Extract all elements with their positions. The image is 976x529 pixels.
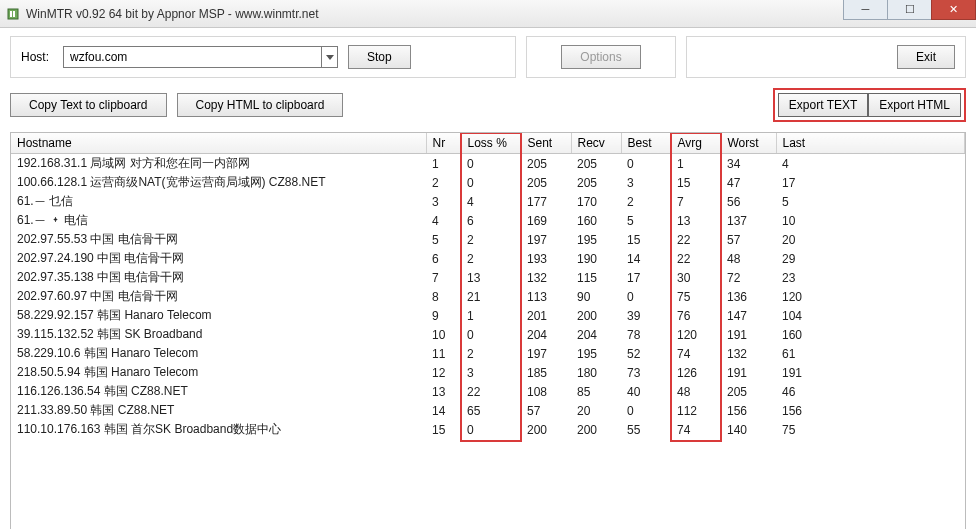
options-button[interactable]: Options [561,45,640,69]
cell-host: 211.33.89.50 韩国 CZ88.NET [11,401,426,420]
export-text-button[interactable]: Export TEXT [778,93,868,117]
cell-sent: 197 [521,344,571,363]
cell-worst: 156 [721,401,776,420]
col-recv[interactable]: Recv [571,133,621,154]
table-row[interactable]: 192.168.31.1 局域网 对方和您在同一内部网1020520501344 [11,154,965,174]
table-row[interactable]: 202.97.55.53 中国 电信骨干网5219719515225720 [11,230,965,249]
col-hostname[interactable]: Hostname [11,133,426,154]
cell-last: 61 [776,344,965,363]
svg-rect-1 [10,11,12,17]
table-row[interactable]: 202.97.35.138 中国 电信骨干网71313211517307223 [11,268,965,287]
cell-host: 192.168.31.1 局域网 对方和您在同一内部网 [11,154,426,174]
titlebar: WinMTR v0.92 64 bit by Appnor MSP - www.… [0,0,976,28]
cell-avrg: 30 [671,268,721,287]
cell-last: 4 [776,154,965,174]
cell-recv: 20 [571,401,621,420]
cell-worst: 47 [721,173,776,192]
cell-recv: 195 [571,230,621,249]
cell-avrg: 15 [671,173,721,192]
table-row[interactable]: 211.33.89.50 韩国 CZ88.NET1465572001121561… [11,401,965,420]
cell-loss: 2 [461,344,521,363]
cell-loss: 0 [461,420,521,439]
cell-recv: 180 [571,363,621,382]
cell-best: 14 [621,249,671,268]
table-row[interactable]: 58.229.92.157 韩国 Hanaro Telecom912012003… [11,306,965,325]
cell-sent: 113 [521,287,571,306]
cell-loss: 4 [461,192,521,211]
col-nr[interactable]: Nr [426,133,461,154]
cell-loss: 2 [461,249,521,268]
col-worst[interactable]: Worst [721,133,776,154]
cell-host: 61.⸺ ᠂ 电信 [11,211,426,230]
col-best[interactable]: Best [621,133,671,154]
cell-best: 52 [621,344,671,363]
table-row[interactable]: 218.50.5.94 韩国 Hanaro Telecom12318518073… [11,363,965,382]
host-combobox[interactable] [63,46,338,68]
cell-sent: 205 [521,154,571,174]
cell-last: 46 [776,382,965,401]
cell-host: 58.229.92.157 韩国 Hanaro Telecom [11,306,426,325]
cell-last: 160 [776,325,965,344]
stop-button[interactable]: Stop [348,45,411,69]
cell-sent: 205 [521,173,571,192]
svg-marker-3 [326,55,334,60]
minimize-button[interactable]: ─ [843,0,888,20]
cell-avrg: 126 [671,363,721,382]
table-row[interactable]: 202.97.60.97 中国 电信骨干网82111390075136120 [11,287,965,306]
cell-avrg: 112 [671,401,721,420]
cell-recv: 200 [571,306,621,325]
cell-sent: 108 [521,382,571,401]
col-last[interactable]: Last [776,133,965,154]
cell-recv: 205 [571,173,621,192]
cell-nr: 14 [426,401,461,420]
col-sent[interactable]: Sent [521,133,571,154]
export-html-button[interactable]: Export HTML [868,93,961,117]
table-row[interactable]: 202.97.24.190 中国 电信骨干网6219319014224829 [11,249,965,268]
cell-last: 5 [776,192,965,211]
cell-nr: 7 [426,268,461,287]
col-loss[interactable]: Loss % [461,133,521,154]
cell-nr: 8 [426,287,461,306]
cell-sent: 169 [521,211,571,230]
cell-loss: 65 [461,401,521,420]
table-row[interactable]: 61.⸺ 乜信3417717027565 [11,192,965,211]
table-row[interactable]: 100.66.128.1 运营商级NAT(宽带运营商局域网) CZ88.NET2… [11,173,965,192]
cell-last: 156 [776,401,965,420]
cell-worst: 56 [721,192,776,211]
table-row[interactable]: 116.126.136.54 韩国 CZ88.NET13221088540482… [11,382,965,401]
cell-recv: 85 [571,382,621,401]
cell-loss: 0 [461,325,521,344]
cell-avrg: 75 [671,287,721,306]
cell-worst: 137 [721,211,776,230]
table-row[interactable]: 39.115.132.52 韩国 SK Broadband10020420478… [11,325,965,344]
copy-html-button[interactable]: Copy HTML to clipboard [177,93,344,117]
cell-nr: 3 [426,192,461,211]
table-row[interactable]: 58.229.10.6 韩国 Hanaro Telecom11219719552… [11,344,965,363]
cell-host: 202.97.24.190 中国 电信骨干网 [11,249,426,268]
cell-nr: 13 [426,382,461,401]
cell-loss: 0 [461,173,521,192]
cell-host: 110.10.176.163 韩国 首尔SK Broadband数据中心 [11,420,426,439]
table-row[interactable]: 61.⸺ ᠂ 电信4616916051313710 [11,211,965,230]
cell-last: 120 [776,287,965,306]
exit-button[interactable]: Exit [897,45,955,69]
maximize-button[interactable]: ☐ [887,0,932,20]
copy-text-button[interactable]: Copy Text to clipboard [10,93,167,117]
cell-best: 17 [621,268,671,287]
host-input[interactable] [64,47,321,67]
cell-loss: 1 [461,306,521,325]
close-button[interactable]: ✕ [931,0,976,20]
cell-avrg: 1 [671,154,721,174]
cell-sent: 185 [521,363,571,382]
cell-host: 39.115.132.52 韩国 SK Broadband [11,325,426,344]
cell-best: 0 [621,287,671,306]
cell-last: 104 [776,306,965,325]
col-avrg[interactable]: Avrg [671,133,721,154]
results-table-container: Hostname Nr Loss % Sent Recv Best Avrg W… [10,132,966,529]
host-dropdown-button[interactable] [321,47,337,67]
content-area: Host: Stop Options Exit Copy Text to cli… [0,28,976,529]
cell-best: 0 [621,154,671,174]
table-header-row: Hostname Nr Loss % Sent Recv Best Avrg W… [11,133,965,154]
table-row[interactable]: 110.10.176.163 韩国 首尔SK Broadband数据中心1502… [11,420,965,439]
cell-loss: 6 [461,211,521,230]
